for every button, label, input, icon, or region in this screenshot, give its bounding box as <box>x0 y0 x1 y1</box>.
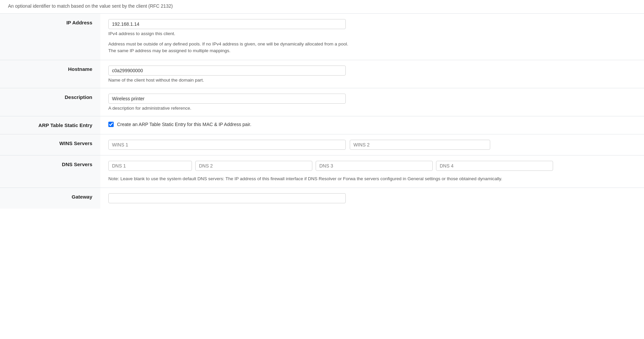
dns-inputs <box>108 161 636 171</box>
arp-content: Create an ARP Table Static Entry for thi… <box>100 116 644 134</box>
wins2-input[interactable] <box>350 140 490 150</box>
arp-checkbox-label: Create an ARP Table Static Entry for thi… <box>117 122 251 127</box>
arp-label: ARP Table Static Entry <box>0 116 100 134</box>
hostname-helper: Name of the client host without the doma… <box>108 78 636 83</box>
dns-row: DNS Servers Note: Leave blank to use the… <box>0 155 644 188</box>
gateway-row: Gateway <box>0 188 644 209</box>
arp-checkbox[interactable] <box>108 122 114 127</box>
wins1-input[interactable] <box>108 140 346 150</box>
ip-address-helper2: Address must be outside of any defined p… <box>108 41 636 54</box>
ip-address-helper1: IPv4 address to assign this client. <box>108 31 636 36</box>
description-row: Description A description for administra… <box>0 88 644 116</box>
ip-address-content: IPv4 address to assign this client. Addr… <box>100 14 644 60</box>
arp-checkbox-row: Create an ARP Table Static Entry for thi… <box>108 122 636 127</box>
hostname-label: Hostname <box>0 60 100 88</box>
dns3-input[interactable] <box>316 161 433 171</box>
description-label: Description <box>0 88 100 116</box>
ip-address-label: IP Address <box>0 14 100 60</box>
ip-address-row: IP Address IPv4 address to assign this c… <box>0 14 644 60</box>
gateway-input[interactable] <box>108 193 346 203</box>
hostname-row: Hostname Name of the client host without… <box>0 60 644 88</box>
hostname-content: Name of the client host without the doma… <box>100 60 644 88</box>
hostname-input[interactable] <box>108 66 346 76</box>
form-table: IP Address IPv4 address to assign this c… <box>0 14 644 209</box>
wins-label: WINS Servers <box>0 134 100 155</box>
description-helper: A description for administrative referen… <box>108 106 636 111</box>
dns-content: Note: Leave blank to use the system defa… <box>100 155 644 188</box>
gateway-content <box>100 188 644 209</box>
dns-label: DNS Servers <box>0 155 100 188</box>
wins-content <box>100 134 644 155</box>
dns4-input[interactable] <box>436 161 553 171</box>
arp-row: ARP Table Static Entry Create an ARP Tab… <box>0 116 644 134</box>
wins-row: WINS Servers <box>0 134 644 155</box>
wins-inputs <box>108 140 636 150</box>
dns-note: Note: Leave blank to use the system defa… <box>108 176 636 182</box>
gateway-label: Gateway <box>0 188 100 209</box>
description-content: A description for administrative referen… <box>100 88 644 116</box>
description-input[interactable] <box>108 94 346 104</box>
ip-address-input[interactable] <box>108 19 346 29</box>
dns1-input[interactable] <box>108 161 192 171</box>
dns2-input[interactable] <box>195 161 312 171</box>
top-note: An optional identifier to match based on… <box>0 0 644 14</box>
